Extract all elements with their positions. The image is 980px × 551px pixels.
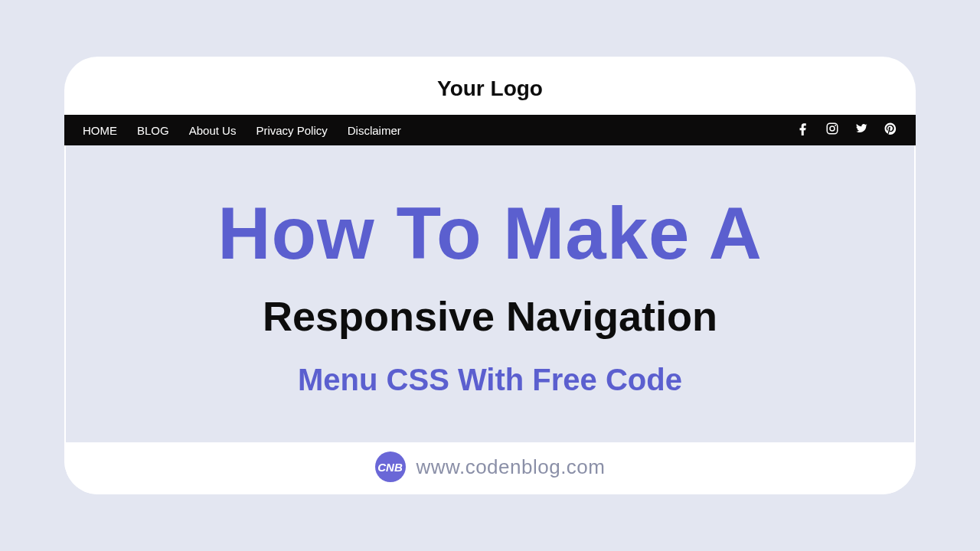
nav-blog[interactable]: BLOG <box>137 124 169 137</box>
heading-line-1: How To Make A <box>217 191 763 276</box>
instagram-icon[interactable] <box>825 122 839 139</box>
nav-disclaimer[interactable]: Disclaimer <box>348 124 401 137</box>
footer: CNB www.codenblog.com <box>64 442 916 494</box>
nav-links: HOME BLOG About Us Privacy Policy Discla… <box>83 124 401 137</box>
main-nav: HOME BLOG About Us Privacy Policy Discla… <box>64 115 916 145</box>
svg-point-2 <box>835 125 836 126</box>
heading-line-2: Responsive Navigation <box>263 292 717 340</box>
nav-home[interactable]: HOME <box>83 124 117 137</box>
pinterest-icon[interactable] <box>884 122 897 139</box>
brand-badge: CNB <box>375 452 406 482</box>
facebook-icon[interactable] <box>796 122 810 139</box>
main-card: Your Logo HOME BLOG About Us Privacy Pol… <box>64 57 916 494</box>
logo-text: Your Logo <box>64 57 916 115</box>
nav-social <box>796 122 897 139</box>
hero-content: How To Make A Responsive Navigation Menu… <box>66 145 914 442</box>
site-url: www.codenblog.com <box>416 455 606 479</box>
twitter-icon[interactable] <box>854 122 868 139</box>
svg-point-1 <box>830 126 835 131</box>
heading-line-3: Menu CSS With Free Code <box>298 363 682 397</box>
nav-privacy[interactable]: Privacy Policy <box>256 124 327 137</box>
nav-about[interactable]: About Us <box>189 124 237 137</box>
